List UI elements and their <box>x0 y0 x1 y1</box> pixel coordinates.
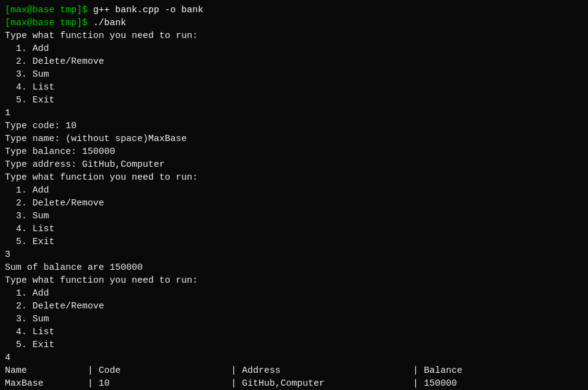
terminal-line: Type address: GitHub,Computer <box>5 158 583 171</box>
output-text: 3. Sum <box>5 211 49 221</box>
output-text: Name | Code | Address | Balance <box>5 365 462 376</box>
terminal-line: 1. Add <box>5 287 583 300</box>
prompt-text: [max@base tmp]$ <box>5 5 93 15</box>
terminal-line: 1 <box>5 107 583 120</box>
terminal-line: 4. List <box>5 326 583 338</box>
command-text: ./bank <box>93 18 126 28</box>
terminal-line: 5. Exit <box>5 94 583 107</box>
output-text: 2. Delete/Remove <box>5 56 104 67</box>
terminal-line: [max@base tmp]$ ./bank <box>5 17 583 29</box>
terminal-line: 2. Delete/Remove <box>5 197 583 210</box>
terminal-line: 3. Sum <box>5 68 583 81</box>
terminal-line: 1. Add <box>5 42 583 55</box>
terminal-line: 2. Delete/Remove <box>5 300 583 313</box>
terminal-line: 3. Sum <box>5 313 583 326</box>
terminal-line: 5. Exit <box>5 235 583 248</box>
output-text: 1 <box>5 108 10 118</box>
output-text: Type balance: 150000 <box>5 147 115 157</box>
terminal-window: [max@base tmp]$ g++ bank.cpp -o bank[max… <box>0 0 588 390</box>
output-text: MaxBase | 10 | GitHub,Computer | 150000 <box>5 378 457 389</box>
output-text: Type code: 10 <box>5 121 77 131</box>
output-text: 2. Delete/Remove <box>5 198 104 208</box>
terminal-line: Type code: 10 <box>5 120 583 132</box>
output-text: 1. Add <box>5 288 49 299</box>
terminal-line: 3 <box>5 248 583 261</box>
terminal-line: Sum of balance are 150000 <box>5 261 583 274</box>
terminal-line: 4 <box>5 351 583 364</box>
terminal-line: 1. Add <box>5 184 583 197</box>
output-text: 1. Add <box>5 185 49 196</box>
output-text: 3. Sum <box>5 69 49 80</box>
output-text: Sum of balance are 150000 <box>5 262 143 273</box>
prompt-text: [max@base tmp]$ <box>5 18 93 28</box>
command-text: g++ bank.cpp -o bank <box>93 5 203 15</box>
output-text: 5. Exit <box>5 237 55 247</box>
output-text: 2. Delete/Remove <box>5 301 104 312</box>
output-text: Type name: (without space)MaxBase <box>5 134 187 144</box>
terminal-line: [max@base tmp]$ g++ bank.cpp -o bank <box>5 4 583 17</box>
output-text: Type what function you need to run: <box>5 172 198 183</box>
terminal-line: Type what function you need to run: <box>5 171 583 184</box>
terminal-line: MaxBase | 10 | GitHub,Computer | 150000 <box>5 377 583 390</box>
terminal-line: Type balance: 150000 <box>5 145 583 158</box>
terminal-line: 5. Exit <box>5 338 583 351</box>
output-text: Type address: GitHub,Computer <box>5 159 165 170</box>
output-text: 5. Exit <box>5 340 55 350</box>
output-text: 5. Exit <box>5 95 55 105</box>
terminal-content: [max@base tmp]$ g++ bank.cpp -o bank[max… <box>5 4 583 390</box>
output-text: 4. List <box>5 224 55 234</box>
terminal-line: 2. Delete/Remove <box>5 55 583 68</box>
terminal-line: Type what function you need to run: <box>5 274 583 287</box>
terminal-line: Name | Code | Address | Balance <box>5 364 583 377</box>
output-text: 4. List <box>5 327 55 337</box>
terminal-line: 4. List <box>5 223 583 235</box>
terminal-line: Type name: (without space)MaxBase <box>5 132 583 145</box>
output-text: 1. Add <box>5 44 49 54</box>
output-text: 4 <box>5 353 10 363</box>
output-text: 3. Sum <box>5 314 49 324</box>
terminal-line: 4. List <box>5 81 583 94</box>
output-text: Type what function you need to run: <box>5 275 198 286</box>
output-text: 4. List <box>5 82 55 93</box>
output-text: 3 <box>5 250 10 260</box>
terminal-line: 3. Sum <box>5 210 583 223</box>
terminal-line: Type what function you need to run: <box>5 29 583 42</box>
output-text: Type what function you need to run: <box>5 31 198 41</box>
